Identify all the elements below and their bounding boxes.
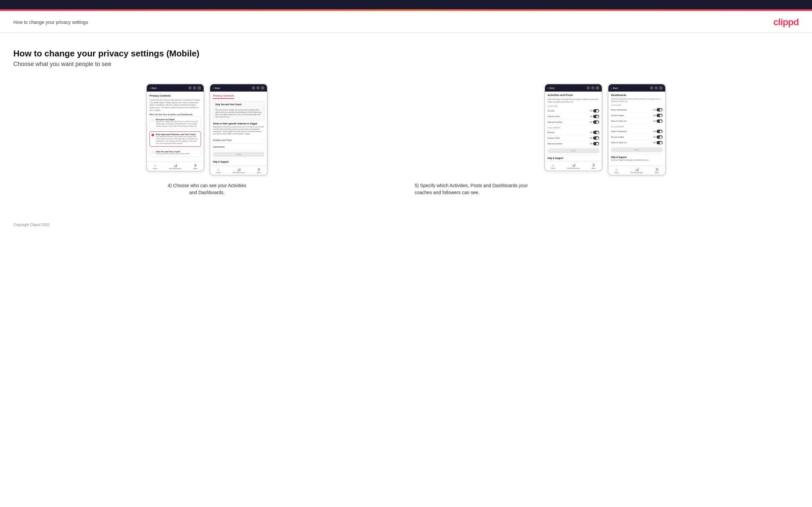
help-section-2: Help & Support [213,159,264,163]
radio-only-you-text: Only You and Your Coach Only you and the… [156,151,190,155]
home-icon-4: ⌂ [615,168,617,171]
toggle-coaches-rounds: Rounds ON [548,108,599,114]
phone-4-body: Dashboards Select the dashboards that yo… [608,92,665,166]
phone-1-nav: ⌂ Home 📊 My Performance ☰ Menu [147,162,204,171]
nav-home-3[interactable]: ⌂ Home [551,163,555,169]
phone-3-body: Activities and Posts Select the types of… [545,92,602,161]
phone-4-icons [650,86,663,90]
phone-3: < Back Activities and Posts Select the t… [544,83,602,171]
phone-2-nav: ⌂ Home 📊 My Performance ☰ Menu [210,166,267,175]
nav-menu-2[interactable]: ☰ Menu [257,168,261,174]
phone-2-body: Privacy Controls Only You and Your Coach… [210,92,267,166]
phone-2-header: < Back [210,84,267,92]
menu-item-dashboards[interactable]: Dashboards › [213,144,264,150]
coaches-label-4: COACHES [611,104,663,106]
toggle-followers-drills-switch[interactable] [593,136,599,140]
toggle-coaches-what-to-work: What To Work On ON [611,118,663,124]
nav-menu-1[interactable]: ☰ Menu [194,164,198,170]
toggle-followers-round-insights: Round Insights ON [611,134,663,140]
nav-home-1[interactable]: ⌂ Home [153,164,157,170]
phone-3-header: < Back [545,84,602,92]
nav-home-label-4: Home [614,172,619,174]
tooltip-radio [215,107,262,109]
save-button-3[interactable]: Save [548,148,599,153]
nav-performance-2[interactable]: 📊 My Performance [233,168,245,174]
nav-menu-4[interactable]: ☰ Menu [655,168,659,174]
menu-activities-label: Activities and Posts [213,139,232,142]
toggle-followers-rounds-switch[interactable] [593,131,599,134]
toggle-followers-round-insights-switch[interactable] [657,135,663,139]
privacy-controls-tab[interactable]: Privacy Controls [213,94,234,99]
toggle-coaches-player-dash-switch[interactable] [657,108,663,111]
menu-icon-3: ☰ [592,163,595,167]
toggle-coaches-rounds-switch[interactable] [593,109,599,112]
toggle-coaches-round-insights-switch[interactable] [657,114,663,117]
caption-step5: 5) Specify which Activities, Posts and D… [411,182,538,196]
toggle-followers-rounds-label: Rounds [548,131,555,133]
search-icon-2 [252,86,255,90]
toggle-coaches-drills: Practice Drills ON [548,114,599,119]
toggle-coaches-player-dash: Player Dashboard ON [611,107,663,113]
nav-home-4[interactable]: ⌂ Home [614,168,619,174]
privacy-body-text: Control how you and your data appears to… [149,99,201,111]
show-hide-text: Regardless of the privacy controls that … [213,126,264,135]
save-button-4[interactable]: Save [611,147,663,152]
copyright: Copyright Clippd 2022 [13,223,49,227]
toggle-followers-what-to-work-label: What To Work On [611,142,627,144]
toggle-coaches-drills-switch[interactable] [593,115,599,118]
toggle-coaches-manual-switch[interactable] [593,120,599,124]
toggle-followers-drills: Practice Drills ON [548,135,599,141]
toggle-followers-player-dash: Player Dashboard ON [611,129,663,134]
radio-option-only-you[interactable]: Only You and Your Coach Only you and the… [149,149,201,157]
page-title: How to change your privacy settings (Mob… [13,48,799,59]
top-bar [0,0,812,9]
toggle-coaches-what-to-work-switch[interactable] [657,119,663,123]
who-can-see-label: Who Can See Your Activities and Dashboar… [149,113,201,115]
toggle-followers-manual-switch[interactable] [593,142,599,145]
radio-option-everyone[interactable]: Everyone on Clippd Everyone on Clippd ca… [149,116,201,129]
help-text-4: Visit our Clippd community to troublesho… [611,159,663,162]
toggle-followers-what-to-work: What To Work On ON [611,140,663,146]
toggle-coaches-player-dash-label: Player Dashboard [611,109,627,111]
toggle-coaches-round-insights-label: Round Insights [611,114,624,116]
toggle-coaches-manual-label: Manual Activities [548,121,563,123]
caption-step4: 4) Choose who can see your Activities an… [164,182,250,196]
toggle-followers-what-to-work-switch[interactable] [657,141,663,144]
nav-home-2[interactable]: ⌂ Home [216,168,220,174]
nav-performance-3[interactable]: 📊 My Performance [567,163,579,169]
toggle-followers-rounds: Rounds ON [548,130,599,135]
phone-3-icons [587,86,599,90]
toggle-coaches-round-insights: Round Insights ON [611,113,663,118]
toggle-followers-player-dash-label: Player Dashboard [611,130,627,132]
mockups-row: < Back Privacy Controls Control how you … [13,83,799,196]
help-title-3: Help & Support [548,157,563,159]
nav-performance-4[interactable]: 📊 My Performance [631,168,643,174]
menu-item-activities[interactable]: Activities and Posts › [213,137,264,144]
radio-only-you-circle [151,151,154,154]
toggle-followers-player-dash-switch[interactable] [657,130,663,133]
logo: clippd [773,17,799,27]
phone-2: < Back Privacy Controls Only You and You… [210,83,268,175]
phone-4-nav: ⌂ Home 📊 My Performance ☰ Menu [608,166,665,175]
nav-performance-label-3: My Performance [567,167,579,169]
tooltip-text: Only you and the coaches you connect wit… [215,109,262,118]
nav-performance-label-1: My Performance [169,168,182,170]
breadcrumb: How to change your privacy settings [13,19,88,25]
menu-icon-2: ☰ [257,168,260,171]
radio-approved-circle [151,134,154,136]
tooltip-box: Only You and Your Coach Only you and the… [213,101,264,120]
nav-performance-1[interactable]: 📊 My Performance [169,164,182,170]
profile-icon [193,86,196,90]
main-content: How to change your privacy settings (Mob… [0,33,812,216]
activities-title: Activities and Posts [548,94,599,97]
nav-home-label-1: Home [153,168,157,170]
search-icon-4 [650,86,653,90]
home-icon-2: ⌂ [217,168,219,171]
help-section-3: Help & Support [548,155,599,159]
phone-4: < Back Dashboards Select the dashboards … [608,83,666,175]
radio-option-approved[interactable]: Only Approved Followers and Your Coach O… [149,131,201,147]
save-button-2[interactable]: Save [213,152,264,157]
nav-menu-3[interactable]: ☰ Menu [592,163,596,169]
header: How to change your privacy settings clip… [0,11,812,33]
nav-performance-label-4: My Performance [631,172,643,174]
